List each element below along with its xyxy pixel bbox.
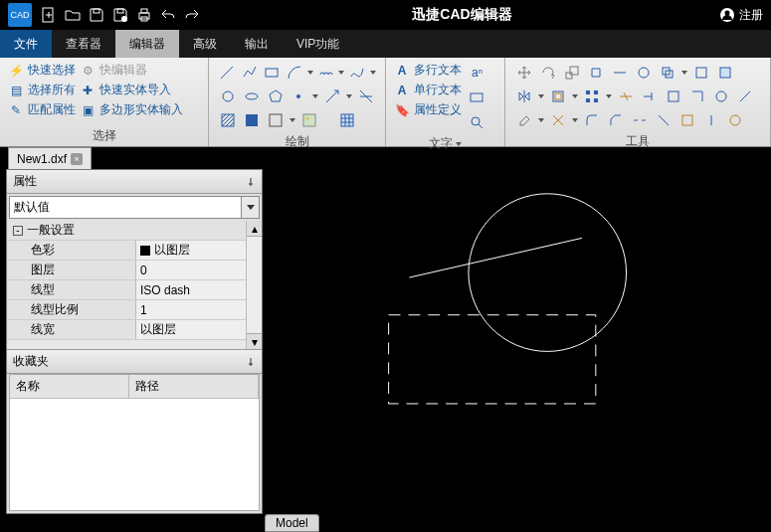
ray-dropdown[interactable] [345,86,353,107]
menu-vip[interactable]: VIP功能 [283,30,353,58]
print-icon[interactable] [133,4,155,26]
polygon-input-button[interactable]: ▣多边形实体输入 [80,101,183,118]
model-tab[interactable]: Model [265,514,319,532]
prop-row-lineweight[interactable]: 线宽以图层 [7,320,262,340]
copy-dropdown[interactable] [680,62,688,84]
prop-scrollbar[interactable]: ▴ ▾ [246,221,262,349]
collapse-icon[interactable]: - [13,226,23,236]
polygon-tool-icon[interactable] [265,86,287,107]
tool-a-icon[interactable] [690,62,712,84]
spline-dropdown[interactable] [370,62,377,84]
scale-icon[interactable] [561,62,583,84]
join-icon[interactable] [653,109,675,131]
select-all-button[interactable]: ▤选择所有 [8,82,76,98]
menu-file[interactable]: 文件 [0,30,52,58]
t5-icon[interactable] [734,86,756,107]
text-style-icon[interactable]: aⁿ [466,62,487,84]
new-file-icon[interactable] [38,4,60,26]
fillet-icon[interactable] [581,109,603,131]
quick-select-button[interactable]: ⚡快速选择 [8,62,76,79]
erase-dropdown[interactable] [537,109,545,131]
prop-row-ltscale[interactable]: 线型比例1 [7,300,262,320]
more-tool-1-icon[interactable] [585,62,607,84]
more-tool-3-icon[interactable] [633,62,655,84]
props-combo-button[interactable] [241,197,259,218]
point-dropdown[interactable] [311,86,319,107]
import-entity-button[interactable]: ✚快速实体导入 [80,82,183,98]
offset-icon[interactable] [547,86,569,107]
save-icon[interactable] [86,4,107,26]
offset-dropdown[interactable] [571,86,579,107]
menu-output[interactable]: 输出 [231,30,283,58]
text-expand-icon[interactable] [455,139,463,149]
singletext-button[interactable]: A单行文本 [394,82,462,98]
close-tab-icon[interactable]: × [71,153,83,165]
pin-icon[interactable] [246,357,256,367]
props-combo[interactable]: 默认值 [9,196,260,219]
explode-icon[interactable] [547,109,569,131]
break-icon[interactable] [629,109,651,131]
prop-row-color[interactable]: 色彩以图层 [7,241,262,261]
open-file-icon[interactable] [62,4,84,26]
ellipse-icon[interactable] [241,86,263,107]
drawing-canvas[interactable] [265,169,771,514]
prop-row-linetype[interactable]: 线型ISO dash [7,280,262,300]
arc-icon[interactable] [284,62,303,84]
menu-viewer[interactable]: 查看器 [52,30,115,58]
array-dropdown[interactable] [605,86,613,107]
more-tool-2-icon[interactable] [609,62,631,84]
prop-row-layer[interactable]: 图层0 [7,261,262,280]
fav-col-name[interactable]: 名称 [10,375,129,398]
revcloud-dropdown[interactable] [338,62,345,84]
circle-icon[interactable] [217,86,239,107]
save-as-icon[interactable] [109,4,131,26]
move-icon[interactable] [513,62,535,84]
quick-editor-button[interactable]: ⚙快编辑器 [80,62,183,79]
register-button[interactable]: 注册 [719,7,763,24]
gradient-icon[interactable] [241,109,263,131]
spline-icon[interactable] [347,62,367,84]
t4-icon[interactable] [710,86,732,107]
ray-icon[interactable] [321,86,343,107]
mirror-dropdown[interactable] [537,86,545,107]
image-icon[interactable] [298,109,320,131]
undo-icon[interactable] [157,4,179,26]
polyline-icon[interactable] [239,62,259,84]
redo-icon[interactable] [181,4,203,26]
line-icon[interactable] [217,62,237,84]
arc-dropdown[interactable] [306,62,313,84]
pin-icon[interactable] [246,177,256,187]
erase-icon[interactable] [513,109,535,131]
t2-icon[interactable] [663,86,684,107]
tool-y-icon[interactable] [700,109,722,131]
chamfer-icon[interactable] [605,109,627,131]
xline-icon[interactable] [355,86,377,107]
revcloud-icon[interactable] [315,62,335,84]
hatch-icon[interactable] [217,109,239,131]
region-icon[interactable] [265,109,287,131]
tool-x-icon[interactable] [676,109,698,131]
point-icon[interactable] [289,86,310,107]
scroll-up-icon[interactable]: ▴ [247,221,262,237]
extend-icon[interactable] [639,86,661,107]
region-dropdown[interactable] [289,109,296,131]
find-icon[interactable] [466,111,487,133]
mirror-icon[interactable] [513,86,535,107]
fav-col-path[interactable]: 路径 [129,375,259,398]
copy-icon[interactable] [657,62,678,84]
explode-dropdown[interactable] [571,109,579,131]
scroll-down-icon[interactable]: ▾ [247,333,262,349]
attrdef-button[interactable]: 🔖属性定义 [394,101,462,118]
menu-editor[interactable]: 编辑器 [115,30,179,58]
array-icon[interactable] [581,86,603,107]
field-icon[interactable] [466,87,487,108]
rotate-icon[interactable] [537,62,559,84]
table-icon[interactable] [336,109,358,131]
trim-icon[interactable] [615,86,637,107]
document-tab[interactable]: New1.dxf × [8,147,92,169]
match-props-button[interactable]: ✎匹配属性 [8,101,76,118]
rect-icon[interactable] [262,62,282,84]
menu-advanced[interactable]: 高级 [179,30,231,58]
tool-b-icon[interactable] [714,62,736,84]
prop-section[interactable]: -一般设置 [7,221,262,241]
